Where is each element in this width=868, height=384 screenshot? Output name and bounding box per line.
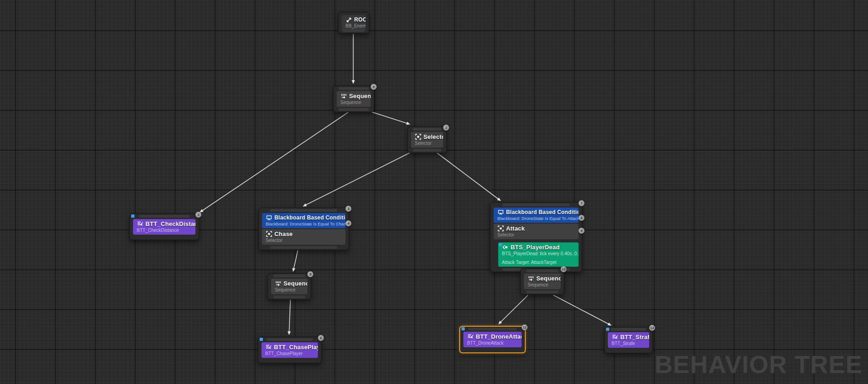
node-title: Sequence [284, 280, 307, 287]
node-title: Sequence [536, 275, 561, 282]
blackboard-icon [266, 214, 272, 221]
task-icon [612, 334, 618, 340]
output-pin[interactable] [273, 296, 305, 298]
input-pin[interactable] [273, 274, 305, 277]
node-btt-chaseplayer[interactable]: BTT_ChasePlayer BTT_ChasePlayer 6 [258, 337, 322, 363]
edge-sequence-to-droneattack[interactable] [499, 295, 528, 324]
execution-order-badge: 11 [522, 324, 528, 330]
sequence-icon [528, 275, 534, 282]
root-icon [345, 16, 352, 23]
node-connection-wires [0, 0, 868, 384]
selector-icon [266, 231, 272, 237]
execution-order-badge: 12 [649, 325, 655, 331]
selector-icon [415, 134, 421, 140]
node-sequence-top[interactable]: Sequence Sequence 0 [333, 86, 374, 112]
node-root[interactable]: ROOT BB_Enemy [338, 12, 369, 33]
node-chase[interactable]: Blackboard Based Condition Blackboard: D… [258, 208, 349, 250]
input-pin[interactable] [502, 203, 570, 206]
service-title: BTS_PlayerDead [511, 244, 560, 251]
node-subtitle: Sequence [528, 282, 557, 287]
node-btt-strafe[interactable]: BTT_Strafe BTT_Strafe 12 [604, 327, 653, 353]
selector-icon [497, 225, 504, 232]
node-title: Selector [423, 133, 443, 140]
node-title: Chase [274, 230, 293, 237]
task-icon [467, 334, 473, 340]
execution-order-badge: 2 [443, 125, 449, 131]
node-btt-checkdistance[interactable]: BTT_CheckDistance BTT_CheckDistance 1 [129, 214, 199, 240]
task-icon [265, 344, 272, 351]
sequence-icon [340, 93, 347, 99]
node-title: ROOT [354, 16, 366, 23]
execution-order-badge: 8 [579, 215, 584, 221]
decorator-title: Blackboard Based Condition [274, 214, 345, 221]
input-pin[interactable] [270, 209, 337, 212]
node-subtitle: BTT_DroneAttack [467, 340, 518, 346]
output-pin[interactable] [339, 108, 368, 111]
node-subtitle: Selector [497, 232, 575, 237]
node-subtitle: BB_Enemy [345, 23, 362, 28]
breakpoint-indicator [260, 338, 263, 341]
node-attack[interactable]: Blackboard Based Condition Blackboard: D… [490, 202, 582, 272]
execution-order-badge: 9 [579, 228, 584, 234]
edge-sequence-to-strafe[interactable] [553, 295, 611, 325]
decorator-subtitle: Blackboard: DroneState Is Equal To Attac… [497, 216, 575, 221]
output-pin[interactable] [343, 29, 365, 32]
edge-sequence-to-checkdistance[interactable] [200, 111, 350, 212]
edge-selector-to-attack[interactable] [434, 150, 501, 201]
output-pin[interactable] [526, 291, 558, 293]
decorator-subtitle: Blackboard: DroneState Is Equal To Chase [266, 221, 342, 226]
node-title: BTT_Strafe [620, 334, 649, 340]
breakpoint-indicator [462, 327, 465, 330]
service-detail: Attack Target: AttackTarget [502, 260, 575, 265]
breakpoint-indicator [131, 214, 134, 218]
input-pin[interactable] [468, 328, 516, 330]
node-title: Attack [506, 225, 525, 232]
decorator-blackboard-condition[interactable]: Blackboard Based Condition Blackboard: D… [262, 213, 345, 228]
input-pin[interactable] [339, 87, 368, 90]
execution-order-badge: 1 [195, 212, 201, 218]
node-subtitle: Selector [415, 141, 440, 146]
node-title: Sequence [349, 93, 371, 99]
execution-order-badge: 5 [307, 271, 313, 277]
node-subtitle: Sequence [275, 287, 304, 292]
blackboard-icon [497, 209, 504, 215]
node-subtitle: BTT_CheckDistance [137, 228, 192, 233]
node-subtitle: BTT_ChasePlayer [265, 351, 314, 356]
node-subtitle: Sequence [340, 100, 367, 105]
sequence-icon [275, 280, 281, 287]
edge-selector-to-chase[interactable] [303, 150, 415, 206]
node-title: BTT_DroneAttack [476, 333, 522, 340]
input-pin[interactable] [139, 215, 190, 218]
breakpoint-indicator [499, 243, 502, 246]
execution-order-badge: 3 [345, 206, 351, 212]
node-subtitle: BTT_Strafe [612, 341, 645, 346]
execution-order-badge: 6 [318, 335, 324, 341]
output-pin[interactable] [270, 246, 337, 249]
node-btt-droneattack[interactable]: BTT_DroneAttack BTT_DroneAttack 11 [459, 326, 526, 353]
service-subtitle: BTS_PlayerDead: tick every 0.40s..0.60s [502, 251, 575, 256]
input-pin[interactable] [413, 128, 441, 131]
input-pin[interactable] [526, 269, 558, 272]
behavior-tree-canvas[interactable]: { "watermark": "BEHAVIOR TREE", "colors"… [0, 0, 868, 384]
decorator-title: Blackboard Based Condition [506, 209, 579, 215]
node-selector[interactable]: Selector Selector 2 [407, 126, 447, 153]
input-pin[interactable] [267, 338, 313, 341]
execution-order-badge: 10 [561, 266, 567, 272]
breakpoint-indicator [606, 328, 609, 331]
edge-sequence-to-chaseplayer[interactable] [289, 299, 290, 335]
task-icon [137, 221, 143, 227]
node-title: BTT_ChasePlayer [274, 344, 318, 351]
node-title: BTT_CheckDistance [145, 220, 195, 227]
edge-sequence-to-selector[interactable] [370, 111, 410, 124]
service-bts-playerdead[interactable]: BTS_PlayerDead BTS_PlayerDead: tick ever… [498, 242, 579, 267]
execution-order-badge: 0 [371, 84, 377, 90]
edge-chase-to-sequence[interactable] [293, 247, 299, 271]
service-icon [502, 244, 508, 251]
node-subtitle: Selector [266, 238, 342, 243]
node-sequence-mid[interactable]: Sequence Sequence 5 [267, 273, 311, 300]
input-pin[interactable] [611, 328, 646, 331]
decorator-blackboard-condition[interactable]: Blackboard Based Condition Blackboard: D… [494, 208, 579, 223]
execution-order-badge: 7 [579, 200, 584, 206]
node-sequence-right[interactable]: Sequence Sequence 10 [520, 268, 564, 295]
output-pin[interactable] [413, 149, 441, 152]
